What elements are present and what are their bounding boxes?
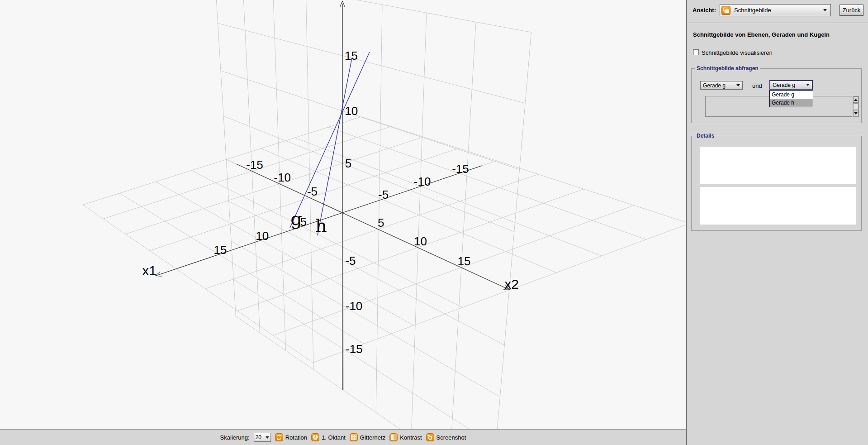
panel-heading: Schnittgebilde von Ebenen, Geraden und K… — [693, 31, 860, 38]
axis-tick-label: 10 — [414, 234, 427, 248]
axis-tick-label: -15 — [346, 342, 363, 356]
axis-tick-label: 10 — [256, 229, 269, 243]
axes — [155, 1, 510, 390]
axis-tick-label: 10 — [345, 104, 358, 118]
axis-tick-label: -10 — [414, 175, 431, 188]
query-groupbox: Schnittgebilde abfragen Gerade g und Ger… — [691, 68, 862, 123]
scrollbar-thumb[interactable] — [853, 103, 859, 110]
application-window: -15-10-551015-15-10-55101515105-5-10-15x… — [0, 0, 868, 445]
oktant-button[interactable]: 1. Oktant — [311, 433, 346, 441]
ansicht-label: Ansicht: — [693, 7, 716, 14]
ansicht-select-value: Schnittgebilde — [734, 7, 820, 14]
gitternetz-icon — [350, 433, 358, 441]
axis-tick-label: -15 — [246, 158, 263, 172]
vertical-grid-plane — [215, 0, 531, 429]
axis-tick-label: -10 — [274, 171, 291, 184]
axis-tick-label: -15 — [452, 162, 469, 176]
axis-tick-label: 5 — [345, 157, 351, 170]
axis-tick-label: -5 — [378, 188, 389, 201]
visualisieren-checkbox-label: Schnittgebilde visualisieren — [702, 49, 773, 56]
kontrast-icon — [389, 433, 398, 441]
x1-axis-label: x1 — [142, 263, 157, 278]
details-group-title: Details — [695, 133, 716, 139]
first-object-value: Gerade g — [703, 82, 726, 89]
line-label-g: g — [290, 208, 302, 229]
line-label-h: h — [315, 215, 327, 236]
visualisieren-checkbox[interactable] — [693, 49, 699, 55]
dropdown-option-gerade-g[interactable]: Gerade g — [770, 91, 813, 99]
gitternetz-label: Gitternetz — [360, 434, 385, 441]
second-object-dropdown-list: Gerade g Gerade h — [769, 90, 813, 107]
triangle-up-icon — [854, 99, 858, 101]
details-groupbox: Details — [691, 136, 862, 231]
triangle-down-icon — [854, 112, 858, 115]
result-scrollbar[interactable] — [853, 96, 859, 117]
chevron-down-icon — [736, 84, 740, 86]
geometry-lines: gh — [290, 52, 370, 236]
bottom-toolbar: Skalierung: 20 Rotation — [0, 429, 686, 445]
ansicht-select[interactable]: Schnittgebilde — [720, 4, 831, 16]
x2-axis-label: x2 — [504, 277, 519, 292]
kontrast-label: Kontrast — [400, 434, 422, 441]
right-panel: Ansicht: Schnittgebilde Zurück Schnittge… — [687, 0, 868, 445]
screenshot-button[interactable]: Screenshot — [426, 433, 466, 441]
second-object-select[interactable]: Gerade g — [769, 80, 813, 90]
query-group-title: Schnittgebilde abfragen — [695, 65, 760, 72]
layers-icon — [721, 6, 730, 15]
chevron-down-icon — [823, 9, 827, 11]
rotation-button[interactable]: Rotation — [275, 433, 307, 441]
axis-tick-label: 15 — [458, 254, 471, 268]
dropdown-option-gerade-h[interactable]: Gerade h — [770, 99, 813, 107]
chevron-down-icon — [806, 84, 810, 86]
screenshot-label: Screenshot — [436, 434, 466, 441]
rotation-label: Rotation — [285, 434, 307, 441]
axis-tick-label: -10 — [346, 299, 363, 313]
kontrast-button[interactable]: Kontrast — [389, 433, 422, 441]
axis-tick-label: 5 — [378, 216, 384, 230]
axis-tick-label: -5 — [345, 254, 356, 268]
plot-canvas[interactable]: -15-10-551015-15-10-55101515105-5-10-15x… — [0, 0, 686, 429]
details-panel-2 — [700, 187, 856, 225]
axis-tick-label: 15 — [214, 243, 227, 257]
details-panel-1 — [700, 147, 856, 184]
scroll-down-button[interactable] — [853, 110, 859, 116]
oktant-icon — [311, 433, 319, 441]
separator — [687, 23, 868, 23]
second-object-value: Gerade g — [773, 82, 795, 88]
gitternetz-button[interactable]: Gitternetz — [350, 433, 385, 441]
3d-coordinate-system[interactable]: -15-10-551015-15-10-55101515105-5-10-15x… — [0, 0, 686, 429]
first-object-select[interactable]: Gerade g — [700, 81, 743, 90]
zurueck-button[interactable]: Zurück — [840, 5, 863, 16]
skalierung-select[interactable]: 20 — [254, 433, 271, 442]
screenshot-icon — [426, 433, 434, 441]
horizontal-grid-plane — [83, 117, 686, 363]
skalierung-label: Skalierung: — [220, 434, 250, 441]
rotation-icon — [275, 433, 283, 441]
und-label: und — [752, 82, 762, 89]
oktant-label: 1. Oktant — [322, 434, 346, 441]
skalierung-value: 20 — [256, 434, 261, 440]
chevron-down-icon — [266, 436, 269, 439]
scroll-up-button[interactable] — [853, 96, 859, 103]
